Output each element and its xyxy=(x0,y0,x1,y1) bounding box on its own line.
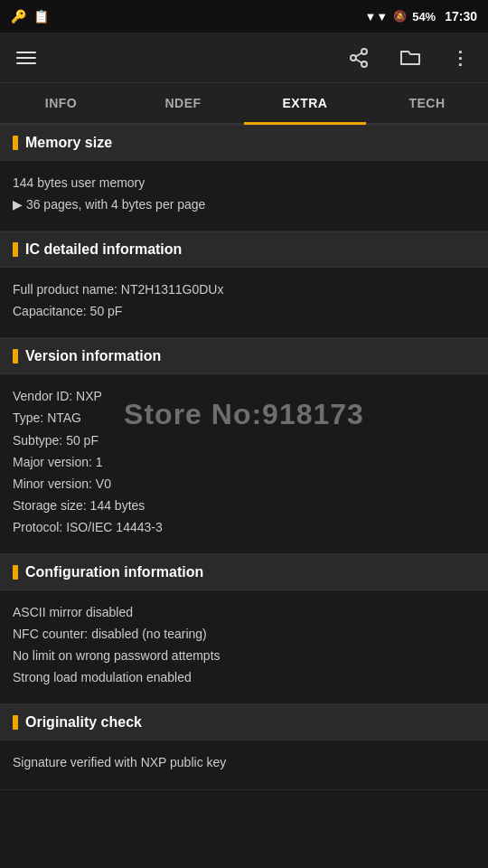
section-originality-header: Originality check xyxy=(0,704,488,741)
section-marker-ic xyxy=(13,242,18,257)
status-bar-left: 🔑 📋 xyxy=(11,9,49,24)
section-ic-body: Full product name: NT2H1311G0DUx Capacit… xyxy=(0,268,488,338)
section-ic-title: IC detailed information xyxy=(25,241,182,258)
section-marker xyxy=(13,136,18,150)
time-label: 17:30 xyxy=(445,9,477,24)
wifi-icon: ▼▼ xyxy=(364,10,388,24)
config-line-0: ASCII mirror disabled xyxy=(13,602,475,623)
section-config-header: Configuration information xyxy=(0,554,488,590)
tab-tech[interactable]: TECH xyxy=(366,83,488,123)
menu-line-1 xyxy=(16,52,36,53)
tab-ndef[interactable]: NDEF xyxy=(122,83,244,123)
section-ic-header: IC detailed information xyxy=(0,231,488,268)
menu-line-3 xyxy=(16,62,36,64)
version-line-1: Type: NTAG xyxy=(13,408,475,429)
section-memory-size-body: 144 bytes user memory ▶ 36 pages, with 4… xyxy=(0,161,488,231)
version-line-5: Storage size: 144 bytes xyxy=(13,495,475,516)
section-version-info: Version information Vendor ID: NXP Type:… xyxy=(0,338,488,554)
ic-line-1: Full product name: NT2H1311G0DUx xyxy=(13,279,475,300)
section-marker-config xyxy=(13,565,18,580)
menu-button[interactable] xyxy=(11,46,42,70)
section-version-title: Version information xyxy=(25,348,161,364)
version-line-4: Minor version: V0 xyxy=(13,474,475,495)
nfc-icon: 📋 xyxy=(33,9,49,24)
toolbar-left xyxy=(11,46,42,70)
section-originality-body: Signature verified with NXP public key xyxy=(0,741,488,789)
svg-line-3 xyxy=(356,59,362,62)
toolbar-right: ⋮ xyxy=(341,43,477,72)
section-version-header: Version information xyxy=(0,338,488,374)
memory-line-2: ▶ 36 pages, with 4 bytes per page xyxy=(13,194,475,215)
section-memory-size-title: Memory size xyxy=(25,135,112,151)
config-line-3: Strong load modulation enabled xyxy=(13,667,475,688)
menu-line-2 xyxy=(16,57,36,59)
originality-line-0: Signature verified with NXP public key xyxy=(13,752,475,773)
version-line-3: Major version: 1 xyxy=(13,452,475,473)
share-button[interactable] xyxy=(341,43,377,72)
section-originality-title: Originality check xyxy=(25,714,142,731)
version-line-2: Subtype: 50 pF xyxy=(13,430,475,451)
section-marker-version xyxy=(13,349,18,363)
status-bar: 🔑 📋 ▼▼ 🔕 54% 17:30 xyxy=(0,0,488,33)
section-version-body: Vendor ID: NXP Type: NTAG Subtype: 50 pF… xyxy=(0,374,488,554)
section-memory-size: Memory size 144 bytes user memory ▶ 36 p… xyxy=(0,125,488,231)
section-config-title: Configuration information xyxy=(25,564,203,580)
section-config-info: Configuration information ASCII mirror d… xyxy=(0,554,488,704)
folder-button[interactable] xyxy=(391,43,429,72)
section-originality: Originality check Signature verified wit… xyxy=(0,704,488,789)
config-line-1: NFC counter: disabled (no tearing) xyxy=(13,624,475,645)
status-bar-right: ▼▼ 🔕 54% 17:30 xyxy=(364,9,477,24)
more-button[interactable]: ⋮ xyxy=(444,43,477,72)
key-icon: 🔑 xyxy=(11,9,26,24)
tab-extra[interactable]: EXTRA xyxy=(244,83,366,123)
memory-line-1: 144 bytes user memory xyxy=(13,173,475,193)
version-line-0: Vendor ID: NXP xyxy=(13,386,475,407)
config-line-2: No limit on wrong password attempts xyxy=(13,646,475,666)
tab-info[interactable]: INFO xyxy=(0,83,122,123)
ic-line-2: Capacitance: 50 pF xyxy=(13,301,475,322)
tabs: INFO NDEF EXTRA TECH xyxy=(0,83,488,125)
signal-icon: 🔕 xyxy=(393,10,407,23)
section-ic-detailed: IC detailed information Full product nam… xyxy=(0,231,488,338)
toolbar: ⋮ xyxy=(0,33,488,83)
battery-label: 54% xyxy=(412,10,436,24)
version-line-6: Protocol: ISO/IEC 14443-3 xyxy=(13,517,475,538)
content: Memory size 144 bytes user memory ▶ 36 p… xyxy=(0,125,488,790)
section-marker-originality xyxy=(13,715,18,730)
section-config-body: ASCII mirror disabled NFC counter: disab… xyxy=(0,590,488,704)
section-memory-size-header: Memory size xyxy=(0,125,488,161)
svg-line-4 xyxy=(356,52,362,56)
